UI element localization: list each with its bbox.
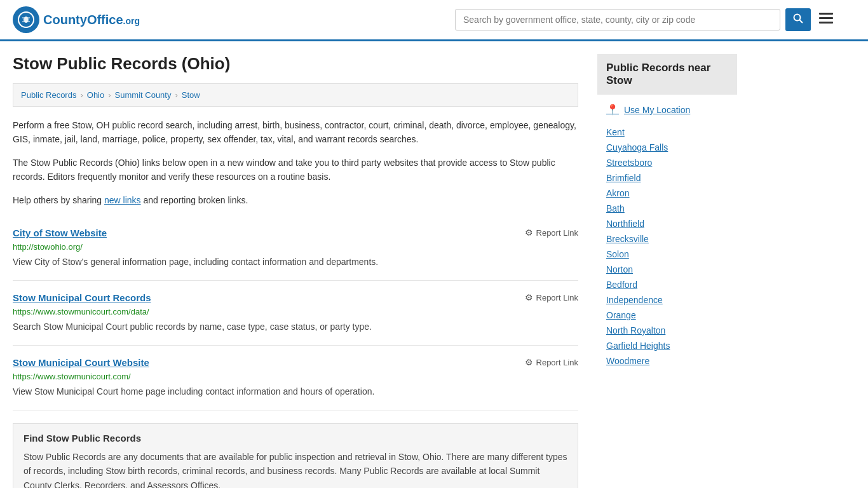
breadcrumb-summit-county[interactable]: Summit County <box>115 90 172 100</box>
report-link-icon-2: ⚙ <box>525 357 533 367</box>
link-card-url-1[interactable]: https://www.stowmunicourt.com/data/ <box>13 307 578 316</box>
sidebar-nearby-link-2[interactable]: Streetsboro <box>606 158 652 168</box>
sidebar-nearby-link-15[interactable]: Woodmere <box>606 356 649 366</box>
sidebar-nearby-link-1[interactable]: Cuyahoga Falls <box>606 142 668 152</box>
breadcrumb-stow[interactable]: Stow <box>182 90 200 100</box>
page-title: Stow Public Records (Ohio) <box>13 54 578 74</box>
link-card-header: Stow Municipal Court Records ⚙ Report Li… <box>13 292 578 303</box>
sidebar-nearby-item: Woodmere <box>606 353 728 369</box>
svg-rect-6 <box>819 13 833 15</box>
breadcrumb-ohio[interactable]: Ohio <box>87 90 104 100</box>
sidebar-nearby-item: Streetsboro <box>606 155 728 170</box>
logo-text: CountyOffice.org <box>43 13 140 27</box>
breadcrumb-public-records[interactable]: Public Records <box>21 90 76 100</box>
sidebar-nearby-link-13[interactable]: North Royalton <box>606 325 665 336</box>
sidebar-nearby-link-3[interactable]: Brimfield <box>606 173 641 183</box>
sidebar-nearby-item: Solon <box>606 247 728 262</box>
svg-point-4 <box>794 15 801 21</box>
search-input[interactable] <box>455 9 780 30</box>
sidebar-nearby-item: Northfield <box>606 216 728 231</box>
sidebar-nearby-item: North Royalton <box>606 323 728 338</box>
svg-rect-7 <box>819 17 833 19</box>
breadcrumb: Public Records › Ohio › Summit County › … <box>13 83 578 107</box>
sidebar-nearby-link-0[interactable]: Kent <box>606 127 625 137</box>
link-card-header: City of Stow Website ⚙ Report Link <box>13 227 578 238</box>
sidebar-nearby-item: Bath <box>606 201 728 216</box>
link-cards: City of Stow Website ⚙ Report Link http:… <box>13 216 578 410</box>
report-link-button-0[interactable]: ⚙ Report Link <box>525 227 578 238</box>
header: CountyOffice.org <box>0 0 868 41</box>
search-button[interactable] <box>785 8 811 31</box>
link-card-title-1[interactable]: Stow Municipal Court Records <box>13 292 151 303</box>
report-link-icon-0: ⚙ <box>525 227 533 238</box>
svg-line-5 <box>800 20 803 24</box>
logo-icon <box>13 6 39 33</box>
breadcrumb-sep-2: › <box>108 90 111 100</box>
use-my-location-button[interactable]: 📍 Use My Location <box>597 100 699 119</box>
link-card-desc-1: Search Stow Municipal Court public recor… <box>13 320 578 334</box>
link-card-header: Stow Municipal Court Website ⚙ Report Li… <box>13 357 578 368</box>
description-1: Perform a free Stow, OH public record se… <box>13 118 578 147</box>
sidebar-title: Public Records near Stow <box>597 54 737 95</box>
sidebar-nearby-link-12[interactable]: Orange <box>606 310 636 320</box>
link-card-desc-2: View Stow Municipal Court home page incl… <box>13 385 578 398</box>
menu-button[interactable] <box>816 8 836 31</box>
link-card-url-0[interactable]: http://stowohio.org/ <box>13 242 578 252</box>
content-area: Stow Public Records (Ohio) Public Record… <box>13 54 597 488</box>
sidebar-nearby-link-11[interactable]: Independence <box>606 295 663 305</box>
sidebar-nearby-item: Garfield Heights <box>606 338 728 353</box>
breadcrumb-sep-3: › <box>175 90 177 100</box>
location-pin-icon: 📍 <box>606 104 619 116</box>
link-card-title-2[interactable]: Stow Municipal Court Website <box>13 357 149 368</box>
sidebar-nearby-item: Brecksville <box>606 231 728 247</box>
logo-area: CountyOffice.org <box>13 6 140 33</box>
find-section-text: Stow Public Records are any documents th… <box>24 450 567 488</box>
sidebar-nearby-item: Orange <box>606 308 728 323</box>
link-card: Stow Municipal Court Website ⚙ Report Li… <box>13 346 578 410</box>
sidebar-nearby-item: Independence <box>606 292 728 308</box>
main-container: Stow Public Records (Ohio) Public Record… <box>0 41 868 488</box>
sidebar-nearby-item: Cuyahoga Falls <box>606 140 728 155</box>
sidebar-nearby-link-6[interactable]: Northfield <box>606 219 644 229</box>
report-link-icon-1: ⚙ <box>525 292 533 302</box>
sidebar-nearby-item: Brimfield <box>606 170 728 186</box>
sidebar: Public Records near Stow 📍 Use My Locati… <box>597 54 737 488</box>
find-section-title: Find Stow Public Records <box>24 433 567 444</box>
find-section: Find Stow Public Records Stow Public Rec… <box>13 423 578 488</box>
sidebar-nearby-link-7[interactable]: Brecksville <box>606 234 649 244</box>
description-2: The Stow Public Records (Ohio) links bel… <box>13 156 578 184</box>
sidebar-nearby-link-14[interactable]: Garfield Heights <box>606 341 670 351</box>
link-card: Stow Municipal Court Records ⚙ Report Li… <box>13 281 578 346</box>
sidebar-nearby-item: Akron <box>606 186 728 201</box>
new-links-link[interactable]: new links <box>104 195 141 205</box>
sidebar-nearby-item: Kent <box>606 125 728 140</box>
report-link-button-1[interactable]: ⚙ Report Link <box>525 292 578 302</box>
sidebar-nearby-item: Bedford <box>606 277 728 292</box>
sidebar-nearby-item: Norton <box>606 262 728 277</box>
breadcrumb-sep-1: › <box>80 90 83 100</box>
svg-rect-8 <box>819 22 833 24</box>
sidebar-nearby-link-10[interactable]: Bedford <box>606 280 637 290</box>
sidebar-nearby-link-4[interactable]: Akron <box>606 188 630 198</box>
link-card-desc-0: View City of Stow's general information … <box>13 255 578 269</box>
search-area <box>455 8 836 31</box>
sidebar-nearby-link-8[interactable]: Solon <box>606 249 629 259</box>
sidebar-nearby-link-9[interactable]: Norton <box>606 264 633 274</box>
report-link-button-2[interactable]: ⚙ Report Link <box>525 357 578 367</box>
link-card-title-0[interactable]: City of Stow Website <box>13 227 107 238</box>
link-card-url-2[interactable]: https://www.stowmunicourt.com/ <box>13 372 578 381</box>
description-3: Help others by sharing new links and rep… <box>13 193 578 207</box>
sidebar-nearby-list: KentCuyahoga FallsStreetsboroBrimfieldAk… <box>597 122 737 371</box>
sidebar-nearby-link-5[interactable]: Bath <box>606 203 625 214</box>
link-card: City of Stow Website ⚙ Report Link http:… <box>13 216 578 281</box>
